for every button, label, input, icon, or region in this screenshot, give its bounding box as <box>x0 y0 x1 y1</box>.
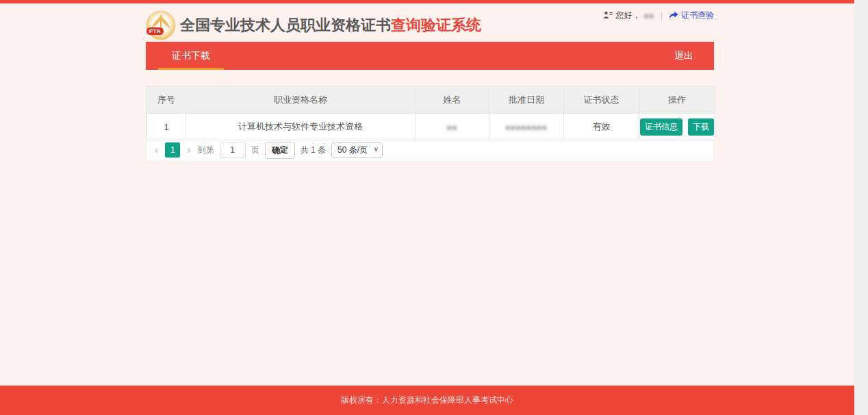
tab-label: 证书下载 <box>172 50 210 62</box>
col-header-name: 姓名 <box>416 87 489 114</box>
cell-index: 1 <box>147 114 186 140</box>
page-footer: 版权所有：人力资源和社会保障部人事考试中心 <box>0 386 854 415</box>
page-title: 全国专业技术人员职业资格证书查询验证系统 <box>180 15 481 36</box>
title-main: 全国专业技术人员职业资格证书 <box>180 16 391 34</box>
col-header-actions: 操作 <box>639 87 715 114</box>
scrollbar-track[interactable] <box>854 0 868 415</box>
table-header-row: 序号 职业资格名称 姓名 批准日期 证书状态 操作 <box>147 87 715 114</box>
logo-pta-label: PTA <box>146 27 164 35</box>
col-header-index: 序号 <box>147 87 186 114</box>
title-accent: 查询验证系统 <box>391 16 481 34</box>
user-name-redacted: ■■ <box>644 12 654 20</box>
cell-actions: 证书信息 下载 <box>639 114 715 140</box>
brand: PTA 全国专业技术人员职业资格证书查询验证系统 <box>146 10 481 40</box>
pta-logo-icon: PTA <box>146 10 176 40</box>
name-redacted: ■■ <box>447 123 457 131</box>
copyright-text: 版权所有：人力资源和社会保障部人事考试中心 <box>341 394 513 406</box>
share-arrow-icon <box>669 11 678 20</box>
top-red-strip <box>0 0 854 3</box>
prev-page-icon[interactable]: ‹ <box>153 144 159 155</box>
date-redacted: ■■■■■■■■ <box>505 123 547 131</box>
certificate-info-button[interactable]: 证书信息 <box>640 118 682 136</box>
current-page-button[interactable]: 1 <box>165 142 180 158</box>
certificate-table-card: 序号 职业资格名称 姓名 批准日期 证书状态 操作 1 计算机技术与软件专业技术… <box>146 86 714 162</box>
greeting-text: 您好， <box>616 10 641 21</box>
goto-suffix-label: 页 <box>251 144 259 156</box>
confirm-button[interactable]: 确定 <box>265 142 295 159</box>
download-button[interactable]: 下载 <box>688 118 714 136</box>
page-header: PTA 全国专业技术人员职业资格证书查询验证系统 您好， ■■ | 证书查验 <box>146 5 714 41</box>
cell-status: 有效 <box>564 114 639 140</box>
next-page-icon[interactable]: › <box>186 144 192 155</box>
certificate-verify-link[interactable]: 证书查验 <box>669 10 714 21</box>
cell-name: ■■ <box>416 114 489 140</box>
divider: | <box>661 11 663 21</box>
tab-certificate-download[interactable]: 证书下载 <box>158 42 224 70</box>
row-actions: 证书信息 下载 <box>640 118 714 136</box>
user-bar: 您好， ■■ | 证书查验 <box>603 10 714 21</box>
verify-link-label: 证书查验 <box>681 10 714 21</box>
pagination-bar: ‹ 1 › 到第 页 确定 共 1 条 50 条/页 ∨ <box>146 140 713 161</box>
logout-button[interactable]: 退出 <box>674 50 693 62</box>
col-header-approval-date: 批准日期 <box>489 87 564 114</box>
user-icon <box>603 11 613 20</box>
page-size-select-wrap: 50 条/页 ∨ <box>331 142 383 158</box>
total-count-label: 共 1 条 <box>301 144 326 156</box>
table-row: 1 计算机技术与软件专业技术资格 ■■ ■■■■■■■■ 有效 证书信息 下载 <box>147 114 715 140</box>
main-nav: 证书下载 退出 <box>146 42 714 70</box>
goto-prefix-label: 到第 <box>198 144 214 156</box>
cell-approval-date: ■■■■■■■■ <box>489 114 564 140</box>
certificate-table: 序号 职业资格名称 姓名 批准日期 证书状态 操作 1 计算机技术与软件专业技术… <box>146 86 715 140</box>
col-header-status: 证书状态 <box>564 87 639 114</box>
cell-qualification: 计算机技术与软件专业技术资格 <box>186 114 416 140</box>
page-size-select[interactable]: 50 条/页 <box>331 142 383 158</box>
goto-page-input[interactable] <box>220 142 246 158</box>
col-header-qualification: 职业资格名称 <box>186 87 416 114</box>
